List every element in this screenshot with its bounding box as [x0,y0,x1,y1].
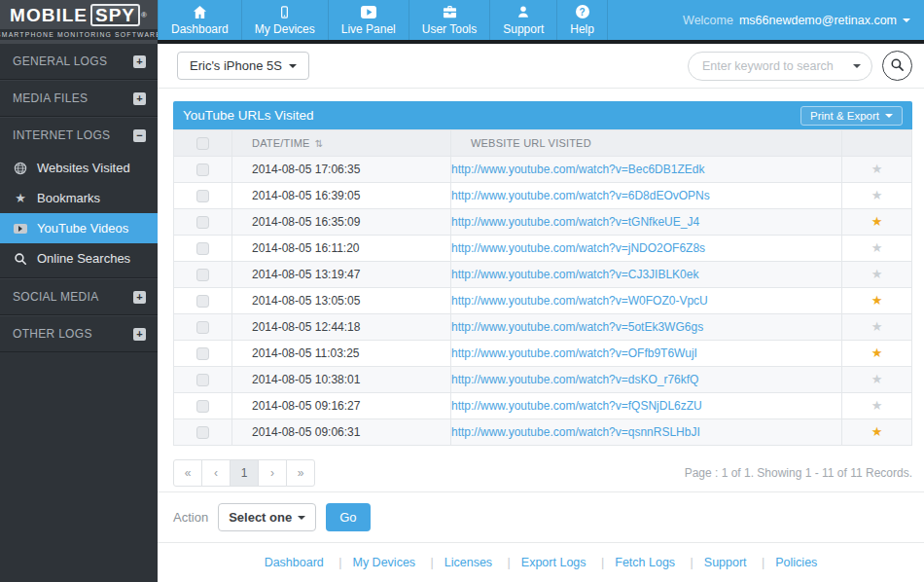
page-last-button[interactable]: » [286,459,315,487]
sidebar-item-youtube-videos[interactable]: YouTube Videos [0,213,158,243]
select-all-checkbox[interactable] [196,137,209,150]
footer-link-licenses[interactable]: Licenses [420,556,493,569]
sidebar-group-header-media-files[interactable]: MEDIA FILES + [0,80,158,116]
page-number-button[interactable]: 1 [230,459,259,487]
row-checkbox[interactable] [196,374,209,386]
plus-icon[interactable]: + [133,328,146,341]
row-url-link[interactable]: http://www.youtube.com/watch?v=qsnnRSLHb… [451,425,700,439]
search-input[interactable] [688,52,872,81]
sort-icon[interactable]: ⇅ [315,138,324,149]
action-bar: Action Select one Go [158,491,924,542]
star-icon[interactable]: ★ [871,346,883,360]
row-checkbox[interactable] [196,400,209,413]
row-checkbox[interactable] [196,269,209,281]
sidebar-group-general-logs: GENERAL LOGS + [0,44,158,80]
star-icon[interactable]: ★ [871,267,883,281]
row-checkbox[interactable] [196,295,209,308]
group-label: MEDIA FILES [13,91,88,105]
row-url-link[interactable]: http://www.youtube.com/watch?v=5otEk3WG6… [451,320,703,334]
footer-link-dashboard[interactable]: Dashboard [265,556,324,569]
row-checkbox[interactable] [196,426,209,439]
globe-icon [13,162,28,175]
row-checkbox[interactable] [196,321,209,334]
table-row: 2014-08-05 12:44:18 http://www.youtube.c… [174,314,912,341]
star-icon[interactable]: ★ [871,162,883,176]
nav-my-devices[interactable]: My Devices [242,0,329,40]
sidebar-item-online-searches[interactable]: Online Searches [0,243,158,273]
nav-live-panel[interactable]: Live Panel [329,0,409,40]
nav-user-tools[interactable]: User Tools [409,0,490,40]
page-prev-button[interactable]: ‹ [201,459,231,487]
sidebar-group-header-social-media[interactable]: SOCIAL MEDIA + [0,278,158,314]
pagination: « ‹ 1 › » Page : 1 of 1. Showing 1 - 11 … [173,459,912,487]
account-menu[interactable]: Welcome ms66newdemo@retinax.com [683,0,924,40]
row-url-link[interactable]: http://www.youtube.com/watch?v=dsKO_r76k… [451,373,698,386]
page-next-button[interactable]: › [258,459,287,487]
star-icon[interactable]: ★ [871,424,883,439]
caret-down-icon[interactable] [853,64,861,68]
row-datetime: 2014-08-05 16:35:09 [232,209,451,236]
device-selector[interactable]: Eric's iPhone 5S [177,52,309,80]
star-icon[interactable]: ★ [871,214,883,229]
row-checkbox[interactable] [196,347,209,360]
plus-icon[interactable]: + [133,291,146,304]
action-label: Action [173,510,208,525]
star-icon[interactable]: ★ [871,188,883,202]
table-header-row: DATE/TIME⇅ WEBSITE URL VISITED [174,130,912,157]
table-body: 2014-08-05 17:06:35 http://www.youtube.c… [174,157,912,446]
nav-dashboard[interactable]: Dashboard [158,0,242,40]
sidebar-item-bookmarks[interactable]: ★ Bookmarks [0,183,158,213]
sidebar-group-header-other-logs[interactable]: OTHER LOGS + [0,315,158,351]
table-row: 2014-08-05 17:06:35 http://www.youtube.c… [174,157,912,183]
footer-link-policies[interactable]: Policies [751,556,817,569]
row-url-link[interactable]: http://www.youtube.com/watch?v=W0FOZ0-Vp… [451,294,708,308]
logo-secondary: SPY [90,4,140,26]
action-select[interactable]: Select one [218,503,316,531]
page-first-button[interactable]: « [173,459,202,487]
column-header-datetime[interactable]: DATE/TIME⇅ [232,130,451,157]
star-icon[interactable]: ★ [871,293,883,308]
footer-link-export-logs[interactable]: Export Logs [497,556,586,569]
row-url-link[interactable]: http://www.youtube.com/watch?v=fQSNjDL6z… [451,399,702,413]
column-header-url: WEBSITE URL VISITED [451,130,842,157]
row-checkbox[interactable] [196,216,209,229]
star-icon[interactable]: ★ [871,372,883,386]
toolbar: Eric's iPhone 5S [158,44,924,89]
row-url-link[interactable]: http://www.youtube.com/watch?v=Bec6DB1ZE… [451,163,704,176]
sidebar-group-header-general-logs[interactable]: GENERAL LOGS + [0,44,158,79]
pager-buttons: « ‹ 1 › » [173,459,315,487]
row-checkbox[interactable] [196,242,209,255]
row-datetime: 2014-08-05 10:38:01 [232,367,451,393]
youtube-urls-table: DATE/TIME⇅ WEBSITE URL VISITED 2014-08-0… [173,129,912,446]
sidebar-item-websites-visited[interactable]: Websites Visited [0,153,158,183]
column-header-star [842,130,912,157]
search-button[interactable] [882,51,912,81]
sidebar-group-header-internet-logs[interactable]: INTERNET LOGS − [0,117,158,153]
row-datetime: 2014-08-05 11:03:25 [232,341,451,367]
go-button[interactable]: Go [326,503,370,531]
caret-down-icon [298,516,305,520]
group-label: INTERNET LOGS [13,128,110,142]
table-row: 2014-08-05 16:39:05 http://www.youtube.c… [174,183,912,209]
footer-link-support[interactable]: Support [680,556,747,569]
row-checkbox[interactable] [196,190,209,202]
footer-link-my-devices[interactable]: My Devices [328,556,415,569]
nav-help[interactable]: ? Help [557,0,608,40]
row-url-link[interactable]: http://www.youtube.com/watch?v=OFfb9T6Wu… [451,346,697,360]
star-icon[interactable]: ★ [871,319,883,334]
row-url-link[interactable]: http://www.youtube.com/watch?v=CJ3JIBLK0… [451,268,698,281]
star-icon[interactable]: ★ [871,240,883,255]
plus-icon[interactable]: + [133,92,146,105]
logo-text: MOBILESPY® [10,4,148,26]
row-url-link[interactable]: http://www.youtube.com/watch?v=tGNfkeUE_… [451,215,699,229]
star-icon[interactable]: ★ [871,398,883,413]
row-checkbox[interactable] [196,164,209,176]
row-url-link[interactable]: http://www.youtube.com/watch?v=6D8dEOvOP… [451,189,710,202]
row-url-link[interactable]: http://www.youtube.com/watch?v=jNDO2OF6Z… [451,241,705,255]
star-icon: ★ [13,192,28,204]
nav-support[interactable]: Support [490,0,557,40]
print-export-button[interactable]: Print & Export [800,106,903,126]
plus-icon[interactable]: + [133,55,146,68]
footer-link-fetch-logs[interactable]: Fetch Logs [590,556,675,569]
minus-icon[interactable]: − [133,129,146,142]
